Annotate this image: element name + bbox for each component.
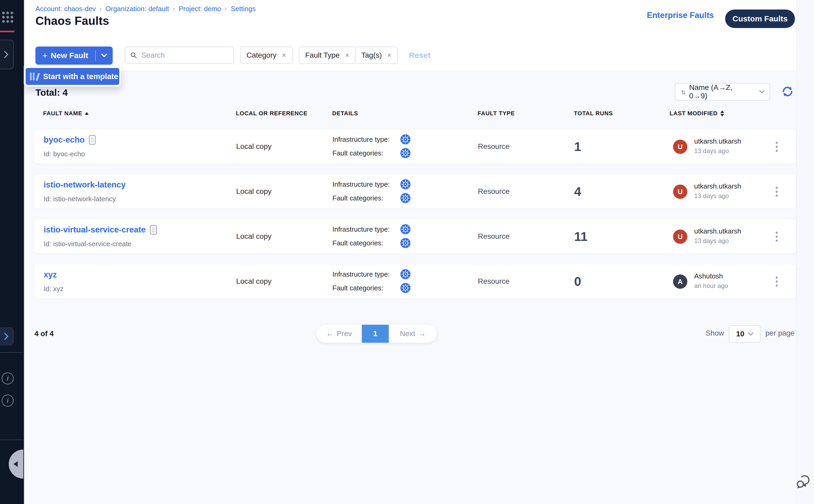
- new-fault-label: New Fault: [51, 51, 88, 60]
- sort-asc-icon: [85, 112, 89, 115]
- chevron-right-icon: [1, 51, 8, 58]
- right-edge-strip: [797, 0, 814, 504]
- expand-nav-button-bottom[interactable]: [0, 327, 14, 345]
- info-icon[interactable]: i: [2, 372, 14, 384]
- total-runs-value: 11: [574, 219, 588, 254]
- column-header-fault-type: FAULT TYPE: [478, 110, 515, 117]
- row-menu-button[interactable]: [771, 140, 782, 154]
- chat-support-icon[interactable]: [795, 474, 811, 490]
- modified-time: 13 days ago: [694, 237, 729, 245]
- fault-row[interactable]: byoc-echo Id: byoc-echo Local copy Infra…: [34, 129, 797, 164]
- modified-by: utkarsh.utkarsh: [694, 227, 741, 235]
- template-library-icon: [30, 72, 39, 81]
- reset-filters-link[interactable]: Reset: [409, 51, 431, 60]
- per-page-label: per page: [765, 329, 795, 337]
- infrastructure-type-label: Infrastructure type:: [332, 270, 400, 278]
- local-or-reference-value: Local copy: [236, 174, 272, 209]
- next-page-button[interactable]: Next →: [389, 325, 437, 343]
- infrastructure-type-label: Infrastructure type:: [332, 135, 400, 144]
- infrastructure-type-label: Infrastructure type:: [332, 225, 400, 233]
- breadcrumb-item[interactable]: Project: demo: [179, 5, 221, 13]
- kubernetes-icon: [400, 283, 411, 293]
- row-menu-button[interactable]: [771, 275, 782, 288]
- sort-both-icon: [720, 111, 724, 116]
- avatar: A: [673, 274, 687, 289]
- modified-by: utkarsh.utkarsh: [694, 182, 741, 190]
- kubernetes-icon: [400, 179, 411, 190]
- plus-icon: +: [42, 51, 48, 61]
- fault-type-value: Resource: [478, 219, 510, 254]
- chevron-down-icon: [748, 332, 753, 336]
- breadcrumb-item[interactable]: Account: chaos-dev: [35, 5, 96, 13]
- fault-name-link[interactable]: istio-virtual-service-create: [44, 225, 146, 235]
- fault-type-value: Resource: [478, 129, 510, 164]
- fault-row[interactable]: xyz Id: xyz Local copy Infrastructure ty…: [34, 264, 797, 299]
- close-icon[interactable]: ×: [387, 51, 391, 59]
- breadcrumb-item[interactable]: Organization: default: [106, 5, 169, 13]
- current-page-button[interactable]: 1: [362, 325, 389, 343]
- local-or-reference-value: Local copy: [236, 219, 272, 254]
- template-doc-icon: [150, 225, 157, 235]
- refresh-icon[interactable]: [781, 85, 794, 98]
- filter-chip-tags[interactable]: Tag(s) ×: [355, 47, 398, 64]
- close-icon[interactable]: ×: [282, 51, 286, 59]
- kubernetes-icon: [400, 134, 411, 145]
- filter-chip-category[interactable]: Category ×: [240, 47, 292, 64]
- infrastructure-type-label: Infrastructure type:: [332, 180, 400, 189]
- page-size-select[interactable]: 10: [729, 325, 761, 343]
- fault-id: Id: istio-network-latency: [44, 195, 116, 203]
- modified-by: Ashutosh: [694, 272, 723, 280]
- pagination-count: 4 of 4: [34, 329, 54, 338]
- filter-chip-fault-type[interactable]: Fault Type ×: [299, 47, 356, 64]
- kubernetes-icon: [400, 269, 411, 280]
- sort-updown-icon: ↑↓: [681, 88, 684, 96]
- kubernetes-icon: [400, 148, 411, 158]
- fault-row[interactable]: istio-network-latency Id: istio-network-…: [34, 174, 797, 209]
- fault-name-link[interactable]: byoc-echo: [44, 135, 85, 145]
- app-launcher-icon[interactable]: [2, 12, 13, 23]
- column-header-local-or-reference: LOCAL OR REFERENCE: [236, 110, 308, 117]
- new-fault-dropdown-toggle[interactable]: [96, 47, 113, 65]
- column-header-fault-name[interactable]: FAULT NAME: [43, 110, 89, 117]
- fault-categories-label: Fault categories:: [332, 239, 400, 247]
- enterprise-faults-link[interactable]: Enterprise Faults: [647, 11, 714, 20]
- show-label: Show: [706, 329, 724, 337]
- breadcrumb-item[interactable]: Settings: [231, 5, 256, 13]
- menu-item-start-with-template[interactable]: Start with a template: [26, 68, 119, 85]
- total-count-label: Total: 4: [35, 87, 68, 98]
- chevron-down-icon: [101, 54, 107, 57]
- new-fault-button[interactable]: + New Fault: [35, 47, 113, 65]
- column-header-last-modified[interactable]: LAST MODIFIED: [670, 110, 724, 117]
- modified-time: 13 days ago: [694, 192, 729, 200]
- avatar: U: [673, 230, 687, 244]
- modified-time: 13 days ago: [694, 147, 729, 155]
- row-menu-button[interactable]: [771, 185, 782, 199]
- info-icon[interactable]: i: [2, 395, 14, 407]
- modified-by: utkarsh.utkarsh: [694, 137, 741, 145]
- breadcrumb: Account: chaos-dev›Organization: default…: [35, 5, 256, 13]
- sidebar-divider: [0, 352, 23, 353]
- main-canvas: Account: chaos-dev›Organization: default…: [23, 0, 797, 504]
- details-block: Infrastructure type: Fault categories:: [332, 269, 411, 293]
- kubernetes-icon: [400, 224, 411, 235]
- close-icon[interactable]: ×: [345, 51, 349, 59]
- prev-page-button[interactable]: ← Prev: [316, 325, 362, 343]
- breadcrumb-separator: ›: [173, 5, 175, 13]
- sort-label: Name (A→Z, 0→9): [689, 83, 751, 100]
- details-block: Infrastructure type: Fault categories:: [332, 179, 411, 203]
- sort-select[interactable]: ↑↓ Name (A→Z, 0→9): [675, 83, 770, 100]
- custom-faults-button[interactable]: Custom Faults: [725, 10, 795, 28]
- chevron-down-icon: [759, 90, 764, 94]
- expand-nav-button-top[interactable]: [0, 40, 14, 69]
- search-input[interactable]: [141, 51, 228, 60]
- fault-row[interactable]: istio-virtual-service-create Id: istio-v…: [34, 219, 797, 254]
- fault-type-value: Resource: [478, 264, 510, 299]
- column-header-details: DETAILS: [332, 110, 358, 117]
- fault-id: Id: xyz: [44, 285, 63, 293]
- fault-name-link[interactable]: xyz: [44, 270, 57, 280]
- brand-accent-line: [0, 31, 14, 32]
- search-box[interactable]: [125, 47, 234, 64]
- row-menu-button[interactable]: [771, 230, 782, 244]
- arrow-right-icon: →: [418, 329, 426, 338]
- fault-name-link[interactable]: istio-network-latency: [44, 180, 126, 190]
